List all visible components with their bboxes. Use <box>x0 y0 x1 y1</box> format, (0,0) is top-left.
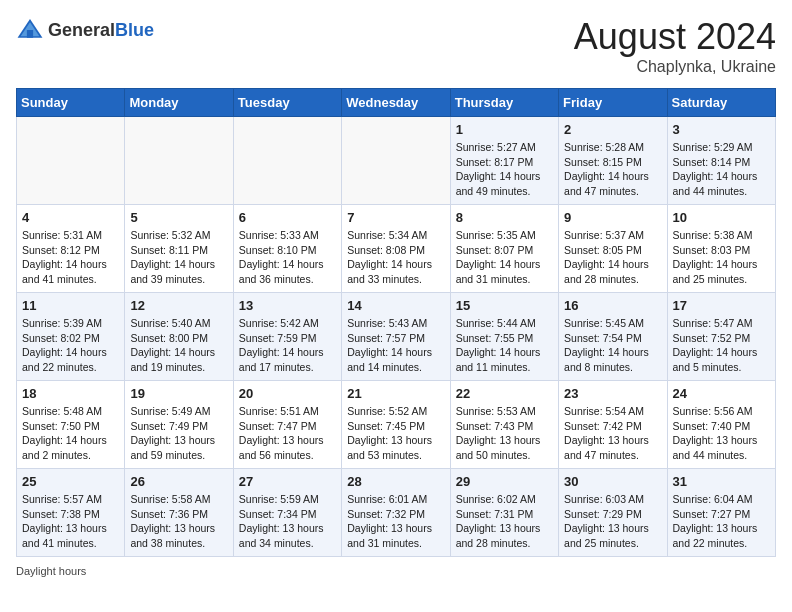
day-info: Sunrise: 5:29 AMSunset: 8:14 PMDaylight:… <box>673 140 770 199</box>
day-cell: 10Sunrise: 5:38 AMSunset: 8:03 PMDayligh… <box>667 205 775 293</box>
day-info: Sunrise: 6:03 AMSunset: 7:29 PMDaylight:… <box>564 492 661 551</box>
day-cell: 7Sunrise: 5:34 AMSunset: 8:08 PMDaylight… <box>342 205 450 293</box>
day-info: Sunrise: 5:51 AMSunset: 7:47 PMDaylight:… <box>239 404 336 463</box>
day-info: Sunrise: 5:45 AMSunset: 7:54 PMDaylight:… <box>564 316 661 375</box>
day-cell: 3Sunrise: 5:29 AMSunset: 8:14 PMDaylight… <box>667 117 775 205</box>
day-number: 20 <box>239 386 336 401</box>
day-info: Sunrise: 5:35 AMSunset: 8:07 PMDaylight:… <box>456 228 553 287</box>
day-info: Sunrise: 5:40 AMSunset: 8:00 PMDaylight:… <box>130 316 227 375</box>
day-number: 8 <box>456 210 553 225</box>
day-number: 19 <box>130 386 227 401</box>
day-number: 18 <box>22 386 119 401</box>
day-number: 16 <box>564 298 661 313</box>
day-info: Sunrise: 5:38 AMSunset: 8:03 PMDaylight:… <box>673 228 770 287</box>
day-number: 3 <box>673 122 770 137</box>
day-info: Sunrise: 6:01 AMSunset: 7:32 PMDaylight:… <box>347 492 444 551</box>
day-info: Sunrise: 5:56 AMSunset: 7:40 PMDaylight:… <box>673 404 770 463</box>
day-info: Sunrise: 5:47 AMSunset: 7:52 PMDaylight:… <box>673 316 770 375</box>
day-header-monday: Monday <box>125 89 233 117</box>
day-number: 31 <box>673 474 770 489</box>
day-info: Sunrise: 5:52 AMSunset: 7:45 PMDaylight:… <box>347 404 444 463</box>
day-info: Sunrise: 5:49 AMSunset: 7:49 PMDaylight:… <box>130 404 227 463</box>
day-cell: 13Sunrise: 5:42 AMSunset: 7:59 PMDayligh… <box>233 293 341 381</box>
day-info: Sunrise: 5:33 AMSunset: 8:10 PMDaylight:… <box>239 228 336 287</box>
day-info: Sunrise: 5:39 AMSunset: 8:02 PMDaylight:… <box>22 316 119 375</box>
day-cell: 6Sunrise: 5:33 AMSunset: 8:10 PMDaylight… <box>233 205 341 293</box>
day-number: 15 <box>456 298 553 313</box>
svg-rect-2 <box>27 30 33 38</box>
day-number: 27 <box>239 474 336 489</box>
day-number: 13 <box>239 298 336 313</box>
day-number: 4 <box>22 210 119 225</box>
day-info: Sunrise: 5:42 AMSunset: 7:59 PMDaylight:… <box>239 316 336 375</box>
day-info: Sunrise: 5:59 AMSunset: 7:34 PMDaylight:… <box>239 492 336 551</box>
day-info: Sunrise: 5:27 AMSunset: 8:17 PMDaylight:… <box>456 140 553 199</box>
day-cell: 31Sunrise: 6:04 AMSunset: 7:27 PMDayligh… <box>667 469 775 557</box>
day-cell: 15Sunrise: 5:44 AMSunset: 7:55 PMDayligh… <box>450 293 558 381</box>
day-number: 30 <box>564 474 661 489</box>
day-info: Sunrise: 5:28 AMSunset: 8:15 PMDaylight:… <box>564 140 661 199</box>
day-cell: 30Sunrise: 6:03 AMSunset: 7:29 PMDayligh… <box>559 469 667 557</box>
day-number: 25 <box>22 474 119 489</box>
day-info: Sunrise: 5:48 AMSunset: 7:50 PMDaylight:… <box>22 404 119 463</box>
day-cell: 28Sunrise: 6:01 AMSunset: 7:32 PMDayligh… <box>342 469 450 557</box>
logo: GeneralBlue <box>16 16 154 44</box>
day-header-friday: Friday <box>559 89 667 117</box>
day-number: 28 <box>347 474 444 489</box>
day-cell <box>125 117 233 205</box>
day-cell: 25Sunrise: 5:57 AMSunset: 7:38 PMDayligh… <box>17 469 125 557</box>
day-number: 12 <box>130 298 227 313</box>
day-number: 22 <box>456 386 553 401</box>
logo-icon <box>16 16 44 44</box>
day-cell: 26Sunrise: 5:58 AMSunset: 7:36 PMDayligh… <box>125 469 233 557</box>
day-info: Sunrise: 5:57 AMSunset: 7:38 PMDaylight:… <box>22 492 119 551</box>
day-number: 21 <box>347 386 444 401</box>
day-number: 9 <box>564 210 661 225</box>
day-header-wednesday: Wednesday <box>342 89 450 117</box>
footer-note: Daylight hours <box>16 565 776 577</box>
day-number: 23 <box>564 386 661 401</box>
logo-text: GeneralBlue <box>48 20 154 41</box>
day-number: 1 <box>456 122 553 137</box>
day-info: Sunrise: 5:44 AMSunset: 7:55 PMDaylight:… <box>456 316 553 375</box>
day-cell <box>233 117 341 205</box>
day-cell: 14Sunrise: 5:43 AMSunset: 7:57 PMDayligh… <box>342 293 450 381</box>
day-number: 7 <box>347 210 444 225</box>
month-year: August 2024 <box>574 16 776 58</box>
day-cell <box>17 117 125 205</box>
day-cell: 22Sunrise: 5:53 AMSunset: 7:43 PMDayligh… <box>450 381 558 469</box>
day-cell: 16Sunrise: 5:45 AMSunset: 7:54 PMDayligh… <box>559 293 667 381</box>
day-info: Sunrise: 5:37 AMSunset: 8:05 PMDaylight:… <box>564 228 661 287</box>
logo-blue: Blue <box>115 20 154 40</box>
day-cell: 29Sunrise: 6:02 AMSunset: 7:31 PMDayligh… <box>450 469 558 557</box>
day-cell: 9Sunrise: 5:37 AMSunset: 8:05 PMDaylight… <box>559 205 667 293</box>
logo-general: General <box>48 20 115 40</box>
day-cell: 21Sunrise: 5:52 AMSunset: 7:45 PMDayligh… <box>342 381 450 469</box>
location: Chaplynka, Ukraine <box>574 58 776 76</box>
title-block: August 2024 Chaplynka, Ukraine <box>574 16 776 76</box>
day-number: 10 <box>673 210 770 225</box>
day-cell: 4Sunrise: 5:31 AMSunset: 8:12 PMDaylight… <box>17 205 125 293</box>
day-cell: 19Sunrise: 5:49 AMSunset: 7:49 PMDayligh… <box>125 381 233 469</box>
day-number: 29 <box>456 474 553 489</box>
week-row-1: 1Sunrise: 5:27 AMSunset: 8:17 PMDaylight… <box>17 117 776 205</box>
day-number: 2 <box>564 122 661 137</box>
day-number: 11 <box>22 298 119 313</box>
day-cell: 5Sunrise: 5:32 AMSunset: 8:11 PMDaylight… <box>125 205 233 293</box>
day-info: Sunrise: 5:34 AMSunset: 8:08 PMDaylight:… <box>347 228 444 287</box>
day-header-saturday: Saturday <box>667 89 775 117</box>
page-header: GeneralBlue August 2024 Chaplynka, Ukrai… <box>16 16 776 76</box>
day-header-tuesday: Tuesday <box>233 89 341 117</box>
day-info: Sunrise: 5:31 AMSunset: 8:12 PMDaylight:… <box>22 228 119 287</box>
day-cell: 12Sunrise: 5:40 AMSunset: 8:00 PMDayligh… <box>125 293 233 381</box>
day-info: Sunrise: 5:43 AMSunset: 7:57 PMDaylight:… <box>347 316 444 375</box>
day-info: Sunrise: 6:04 AMSunset: 7:27 PMDaylight:… <box>673 492 770 551</box>
day-cell: 18Sunrise: 5:48 AMSunset: 7:50 PMDayligh… <box>17 381 125 469</box>
day-cell: 24Sunrise: 5:56 AMSunset: 7:40 PMDayligh… <box>667 381 775 469</box>
week-row-4: 18Sunrise: 5:48 AMSunset: 7:50 PMDayligh… <box>17 381 776 469</box>
day-cell: 17Sunrise: 5:47 AMSunset: 7:52 PMDayligh… <box>667 293 775 381</box>
day-cell: 2Sunrise: 5:28 AMSunset: 8:15 PMDaylight… <box>559 117 667 205</box>
week-row-3: 11Sunrise: 5:39 AMSunset: 8:02 PMDayligh… <box>17 293 776 381</box>
day-number: 14 <box>347 298 444 313</box>
day-number: 5 <box>130 210 227 225</box>
